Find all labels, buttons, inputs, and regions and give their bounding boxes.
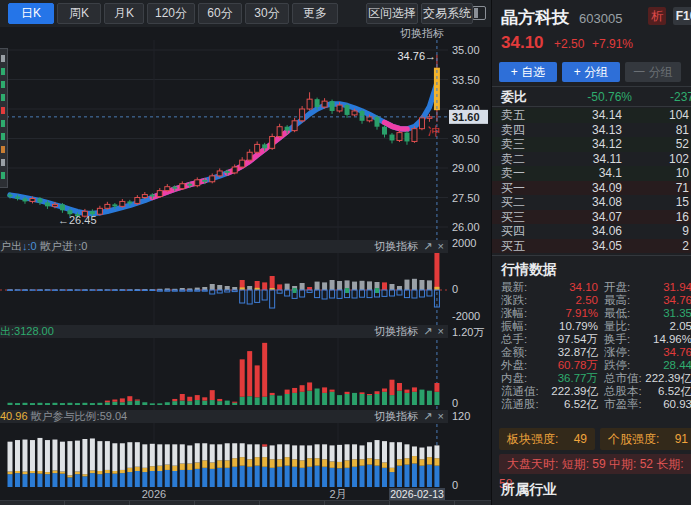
- switch-indicator-p4[interactable]: 切换指标: [374, 410, 418, 422]
- order-volume: 15: [676, 195, 689, 210]
- order-volume: 102: [669, 152, 689, 167]
- market-data-row: 振幅:10.79%量比:2.05: [492, 320, 691, 333]
- market-data-row: 内盘:36.77万总市值:222.39亿: [492, 372, 691, 385]
- add-group-button[interactable]: + 分组: [562, 62, 620, 82]
- market-data-cell: 222.39亿: [630, 372, 691, 385]
- market-data-cell: 2.50: [532, 294, 598, 307]
- market-data-cell: 60.78万: [532, 359, 598, 372]
- remove-group-button[interactable]: 一 分组: [625, 62, 681, 82]
- weibi-value: -50.76%: [560, 87, 632, 107]
- order-book-row-买四[interactable]: 买四34.069: [492, 224, 691, 239]
- market-data-cell: 6.52亿: [630, 385, 691, 398]
- order-volume: 104: [669, 108, 689, 123]
- order-price: 34.14: [552, 108, 622, 123]
- order-book-row-卖一[interactable]: 卖一34.110: [492, 166, 691, 181]
- toolbar-button-5[interactable]: 30分: [245, 3, 289, 24]
- indicator-label-fragment: 散户进: [37, 240, 73, 252]
- order-book-row-卖二[interactable]: 卖二34.11102: [492, 152, 691, 167]
- market-data-cell: 涨停:: [604, 346, 630, 359]
- switch-indicator-main[interactable]: 切换指标: [400, 27, 444, 39]
- close-icon[interactable]: ×: [438, 240, 444, 252]
- svg-text:29.00: 29.00: [452, 162, 480, 174]
- close-icon[interactable]: ×: [438, 410, 444, 422]
- switch-indicator-p3[interactable]: 切换指标: [374, 325, 418, 337]
- svg-text:2月: 2月: [329, 488, 346, 500]
- market-data-cell: 14.96%: [630, 333, 691, 346]
- switch-indicator-p2[interactable]: 切换指标: [374, 240, 418, 252]
- expand-icon[interactable]: ↗: [423, 410, 432, 422]
- toolbar-button-8[interactable]: 交易系统: [421, 3, 473, 24]
- order-volume: 81: [676, 123, 689, 138]
- quote-panel: 晶方科技 603005 析 F10 34.10 +2.50 +7.91% + 自…: [491, 0, 691, 505]
- svg-text:冲: 冲: [428, 124, 440, 138]
- toolbar-button-6[interactable]: 更多: [292, 3, 338, 24]
- order-book-row-卖三[interactable]: 卖三34.1252: [492, 137, 691, 152]
- weibi-label: 委比: [501, 87, 527, 107]
- order-price: 34.11: [552, 152, 622, 167]
- panel3-indicator-label: 出:3128.00: [0, 325, 54, 337]
- last-price: 34.10: [501, 33, 544, 53]
- stock-strength-badge: 个股强度: 91: [600, 428, 691, 450]
- market-data-cell: 222.39亿: [532, 385, 598, 398]
- order-price: 34.1: [552, 166, 622, 181]
- svg-text:30.50: 30.50: [452, 133, 480, 145]
- expand-icon[interactable]: ↗: [423, 325, 432, 337]
- order-book: 卖五34.14104卖四34.1381卖三34.1252卖二34.11102卖一…: [492, 108, 691, 253]
- order-level: 卖二: [501, 152, 525, 167]
- sector-strength-badge: 板块强度: 49: [499, 428, 595, 450]
- toolbar-button-0[interactable]: 日K: [8, 3, 54, 24]
- order-book-row-买二[interactable]: 买二34.0815: [492, 195, 691, 210]
- add-favorite-button[interactable]: + 自选: [499, 62, 557, 82]
- market-data-cell: 2.05: [630, 320, 691, 333]
- analyze-badge[interactable]: 析: [648, 7, 666, 25]
- order-book-row-买三[interactable]: 买三34.0716: [492, 210, 691, 225]
- collapse-panel-icon[interactable]: [472, 6, 486, 20]
- sector-strength-value: 49: [574, 428, 587, 450]
- svg-text:33.50: 33.50: [452, 74, 480, 86]
- panel2-indicator-label: 户出↓:0 散户进↑:0: [0, 240, 87, 252]
- order-book-row-买五[interactable]: 买五34.052: [492, 239, 691, 254]
- svg-text:2026-02-13: 2026-02-13: [390, 488, 444, 500]
- close-icon[interactable]: ×: [438, 325, 444, 337]
- f10-button[interactable]: F10: [673, 7, 691, 25]
- market-data-cell: 涨幅:: [501, 307, 527, 320]
- toolbar-button-4[interactable]: 60分: [198, 3, 242, 24]
- order-level: 卖三: [501, 137, 525, 152]
- toolbar-button-2[interactable]: 月K: [104, 3, 144, 24]
- market-data-cell: 60.93: [630, 398, 691, 411]
- weicha-value: -2371.: [632, 87, 691, 107]
- svg-text:2026: 2026: [142, 488, 166, 500]
- toolbar-button-1[interactable]: 周K: [57, 3, 101, 24]
- toolbar-button-3[interactable]: 120分: [147, 3, 195, 24]
- order-book-row-卖五[interactable]: 卖五34.14104: [492, 108, 691, 123]
- expand-icon[interactable]: ↗: [423, 240, 432, 252]
- order-price: 34.05: [552, 239, 622, 254]
- order-book-row-卖四[interactable]: 卖四34.1381: [492, 123, 691, 138]
- order-book-row-买一[interactable]: 买一34.0971: [492, 181, 691, 196]
- market-data-cell: 32.87亿: [532, 346, 598, 359]
- weibi-row: 委比 -50.76% -2371.: [492, 86, 691, 107]
- tooltip-fragment: [1, 120, 5, 127]
- market-data-title: 行情数据: [501, 261, 557, 279]
- market-data-cell: 最高:: [604, 294, 630, 307]
- market-data-cell: 28.44: [630, 359, 691, 372]
- tooltip-fragment: [1, 68, 5, 75]
- order-level: 买三: [501, 210, 525, 225]
- indicator-label-fragment: 出:3128.00: [0, 325, 54, 337]
- market-data-cell: 量比:: [604, 320, 630, 333]
- tooltip-fragment: [1, 133, 5, 140]
- market-data-cell: 跌停:: [604, 359, 630, 372]
- order-level: 卖五: [501, 108, 525, 123]
- svg-text:0: 0: [452, 283, 458, 295]
- toolbar-button-7[interactable]: 区间选择: [366, 3, 418, 24]
- order-level: 卖一: [501, 166, 525, 181]
- bottom-data-row: [0, 500, 491, 505]
- svg-text:-2000: -2000: [452, 310, 480, 322]
- svg-text:2000: 2000: [452, 237, 476, 249]
- indicator-label-fragment: 散户参与比例:59.04: [28, 410, 128, 422]
- market-data-cell: 换手:: [604, 333, 630, 346]
- market-data-cell: 总手:: [501, 333, 527, 346]
- svg-text:←26.45: ←26.45: [58, 214, 97, 226]
- svg-text:120: 120: [452, 410, 470, 422]
- stock-strength-value: 91: [675, 428, 688, 450]
